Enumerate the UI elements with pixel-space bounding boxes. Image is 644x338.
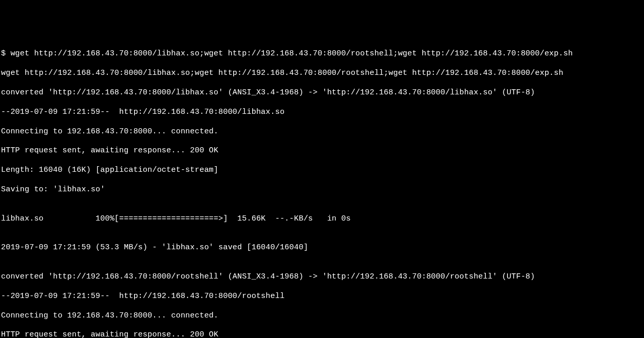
terminal-line: HTTP request sent, awaiting response... … <box>1 146 644 156</box>
terminal-line: HTTP request sent, awaiting response... … <box>1 330 644 338</box>
terminal-window[interactable]: $ wget http://192.168.43.70:8000/libhax.… <box>1 40 644 338</box>
terminal-line: converted 'http://192.168.43.70:8000/roo… <box>1 272 644 282</box>
terminal-line: --2019-07-09 17:21:59-- http://192.168.4… <box>1 108 644 117</box>
terminal-line: wget http://192.168.43.70:8000/libhax.so… <box>1 69 644 78</box>
terminal-line: --2019-07-09 17:21:59-- http://192.168.4… <box>1 292 644 302</box>
terminal-line: Saving to: 'libhax.so' <box>1 185 644 195</box>
terminal-line: Connecting to 192.168.43.70:8000... conn… <box>1 311 644 321</box>
terminal-line: $ wget http://192.168.43.70:8000/libhax.… <box>1 49 644 59</box>
terminal-line: libhax.so 100%[=====================>] 1… <box>1 214 644 224</box>
terminal-line: Connecting to 192.168.43.70:8000... conn… <box>1 127 644 137</box>
terminal-line: Length: 16040 (16K) [application/octet-s… <box>1 166 644 175</box>
terminal-line: 2019-07-09 17:21:59 (53.3 MB/s) - 'libha… <box>1 243 644 253</box>
terminal-line: converted 'http://192.168.43.70:8000/lib… <box>1 88 644 98</box>
